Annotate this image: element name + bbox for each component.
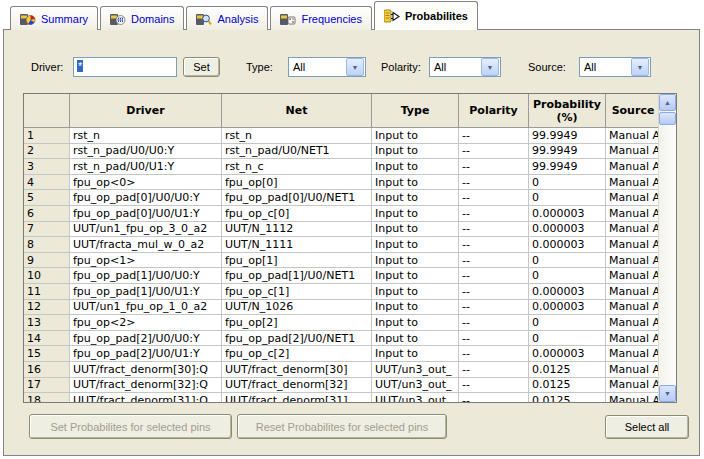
tab-analysis[interactable]: Analysis (186, 6, 268, 30)
tab-probabilites[interactable]: Probabilites (374, 1, 478, 30)
row-number[interactable]: 18 (24, 393, 70, 403)
row-number[interactable]: 16 (24, 362, 70, 378)
table-cell[interactable]: fpu_op_pad[1]/U0/U0:Y (70, 268, 222, 284)
table-cell[interactable]: fpu_op_pad[1]/U0/U1:Y (70, 284, 222, 300)
row-number[interactable]: 5 (24, 190, 70, 206)
table-cell[interactable]: rst_n (222, 128, 372, 144)
row-number[interactable]: 1 (24, 128, 70, 144)
table-cell[interactable]: Input to (372, 190, 459, 206)
vertical-scrollbar[interactable]: ▲ ▼ (658, 94, 676, 402)
table-cell[interactable]: -- (459, 237, 529, 253)
table-row[interactable]: 8UUT/fracta_mul_w_0_a2UUT/N_1111Input to… (24, 237, 661, 253)
table-cell[interactable]: UUT/fract_denorm[30]:Q (70, 362, 222, 378)
table-row[interactable]: 5fpu_op_pad[0]/U0/U0:Yfpu_op_pad[0]/U0/N… (24, 190, 661, 206)
table-cell[interactable]: UUT/un1_fpu_op_1_0_a2 (70, 300, 222, 316)
table-cell[interactable]: 0.000003 (529, 284, 606, 300)
table-cell[interactable]: 0 (529, 190, 606, 206)
table-cell[interactable]: 99.9949 (529, 144, 606, 160)
table-cell[interactable]: Input to (372, 315, 459, 331)
table-cell[interactable]: Input to (372, 222, 459, 238)
table-cell[interactable]: -- (459, 362, 529, 378)
column-header-type[interactable]: Type (372, 94, 459, 128)
table-cell[interactable]: -- (459, 393, 529, 403)
table-cell[interactable]: Manual A (606, 393, 661, 403)
table-cell[interactable]: Manual A (606, 331, 661, 347)
row-number[interactable]: 14 (24, 331, 70, 347)
row-number[interactable]: 4 (24, 175, 70, 191)
table-cell[interactable]: UUT/N_1026 (222, 300, 372, 316)
table-cell[interactable]: rst_n_pad/U0/NET1 (222, 144, 372, 160)
scroll-up-icon[interactable]: ▲ (659, 94, 676, 111)
column-header-polarity[interactable]: Polarity (459, 94, 529, 128)
reset-probabilities-button[interactable]: Reset Probabilites for selected pins (237, 414, 447, 439)
table-row[interactable]: 3rst_n_pad/U0/U1:Yrst_n_cInput to--99.99… (24, 159, 661, 175)
table-cell[interactable]: fpu_op_pad[2]/U0/U0:Y (70, 331, 222, 347)
table-cell[interactable]: -- (459, 315, 529, 331)
tab-summary[interactable]: Summary (10, 6, 98, 30)
table-row[interactable]: 16UUT/fract_denorm[30]:QUUT/fract_denorm… (24, 362, 661, 378)
table-cell[interactable]: fpu_op[2] (222, 315, 372, 331)
table-row[interactable]: 9fpu_op<1>fpu_op[1]Input to--0Manual A (24, 253, 661, 269)
table-cell[interactable]: Input to (372, 346, 459, 362)
table-cell[interactable]: -- (459, 253, 529, 269)
table-cell[interactable]: Input to (372, 175, 459, 191)
table-cell[interactable]: 0.0125 (529, 362, 606, 378)
tab-frequencies[interactable]: Frequencies (270, 6, 372, 30)
row-number[interactable]: 9 (24, 253, 70, 269)
table-cell[interactable]: -- (459, 206, 529, 222)
table-row[interactable]: 15fpu_op_pad[2]/U0/U1:Yfpu_op_c[2]Input … (24, 346, 661, 362)
table-cell[interactable]: -- (459, 300, 529, 316)
table-cell[interactable]: Input to (372, 268, 459, 284)
table-cell[interactable]: UUT/un3_out_ (372, 393, 459, 403)
table-cell[interactable]: Input to (372, 144, 459, 160)
table-row[interactable]: 4fpu_op<0>fpu_op[0]Input to--0Manual A (24, 175, 661, 191)
table-cell[interactable]: fpu_op[1] (222, 253, 372, 269)
table-cell[interactable]: UUT/fract_denorm[32]:Q (70, 378, 222, 394)
table-row[interactable]: 11fpu_op_pad[1]/U0/U1:Yfpu_op_c[1]Input … (24, 284, 661, 300)
table-cell[interactable]: fpu_op<1> (70, 253, 222, 269)
table-cell[interactable]: UUT/un1_fpu_op_3_0_a2 (70, 222, 222, 238)
table-cell[interactable]: UUT/un3_out_ (372, 362, 459, 378)
chevron-down-icon[interactable]: ▼ (346, 58, 364, 76)
table-cell[interactable]: 99.9949 (529, 128, 606, 144)
table-cell[interactable]: -- (459, 175, 529, 191)
table-cell[interactable]: Input to (372, 237, 459, 253)
table-cell[interactable]: -- (459, 346, 529, 362)
row-number[interactable]: 17 (24, 378, 70, 394)
driver-input[interactable]: * (73, 57, 177, 77)
table-cell[interactable]: fpu_op<0> (70, 175, 222, 191)
table-cell[interactable]: rst_n_pad/U0/U1:Y (70, 159, 222, 175)
table-cell[interactable]: Manual A (606, 362, 661, 378)
row-number[interactable]: 6 (24, 206, 70, 222)
table-cell[interactable]: 0.0125 (529, 393, 606, 403)
table-cell[interactable]: 0.000003 (529, 237, 606, 253)
row-number[interactable]: 11 (24, 284, 70, 300)
column-header-index[interactable] (24, 94, 70, 128)
table-cell[interactable]: -- (459, 128, 529, 144)
table-cell[interactable]: Manual A (606, 253, 661, 269)
column-header-driver[interactable]: Driver (70, 94, 222, 128)
table-cell[interactable]: Manual A (606, 128, 661, 144)
table-cell[interactable]: fpu_op_pad[2]/U0/U1:Y (70, 346, 222, 362)
row-number[interactable]: 2 (24, 144, 70, 160)
table-cell[interactable]: UUT/fract_denorm[31] (222, 393, 372, 403)
table-cell[interactable]: Manual A (606, 144, 661, 160)
scroll-down-icon[interactable]: ▼ (659, 385, 676, 402)
table-cell[interactable]: rst_n (70, 128, 222, 144)
table-row[interactable]: 6fpu_op_pad[0]/U0/U1:Yfpu_op_c[0]Input t… (24, 206, 661, 222)
table-cell[interactable]: fpu_op_pad[2]/U0/NET1 (222, 331, 372, 347)
row-number[interactable]: 15 (24, 346, 70, 362)
table-cell[interactable]: 0 (529, 253, 606, 269)
column-header-source[interactable]: Source (606, 94, 661, 128)
table-cell[interactable]: Input to (372, 253, 459, 269)
polarity-select[interactable]: All ▼ (429, 57, 501, 77)
table-cell[interactable]: fpu_op_c[1] (222, 284, 372, 300)
table-cell[interactable]: 0 (529, 315, 606, 331)
row-number[interactable]: 13 (24, 315, 70, 331)
table-cell[interactable]: -- (459, 159, 529, 175)
table-cell[interactable]: Manual A (606, 346, 661, 362)
row-number[interactable]: 10 (24, 268, 70, 284)
table-cell[interactable]: fpu_op_pad[1]/U0/NET1 (222, 268, 372, 284)
table-cell[interactable]: Input to (372, 128, 459, 144)
table-cell[interactable]: UUT/fract_denorm[32] (222, 378, 372, 394)
